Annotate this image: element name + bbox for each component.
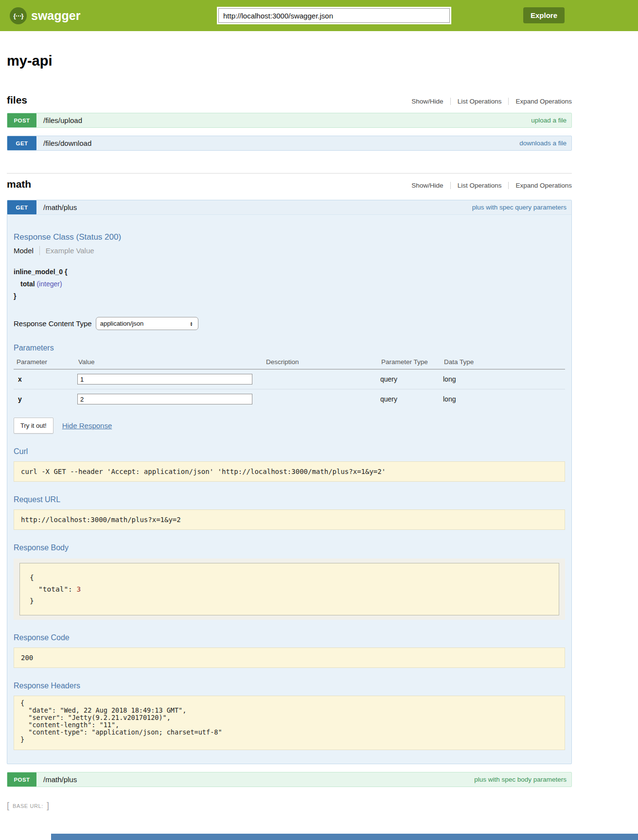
response-body-container: { "total": 3 } xyxy=(14,559,565,620)
param-description xyxy=(263,389,378,409)
try-it-out-row: Try it out! Hide Response xyxy=(14,418,565,434)
header-bar: {⋯} swagger Explore xyxy=(0,0,638,31)
col-parameter-type: Parameter Type xyxy=(378,354,441,369)
math-section-title: math xyxy=(7,178,31,190)
bracket-left: [ xyxy=(7,801,9,811)
show-hide-link[interactable]: Show/Hide xyxy=(405,98,450,105)
endpoint-row-post-math-plus[interactable]: POST /math/plus plus with spec body para… xyxy=(7,772,572,787)
json-close-brace: } xyxy=(30,595,549,607)
col-value: Value xyxy=(75,354,263,369)
response-class-tabs: Model Example Value xyxy=(14,246,565,255)
param-data-type: long xyxy=(441,389,565,409)
endpoint-path[interactable]: /files/download xyxy=(43,139,91,147)
math-section-ops: Show/Hide List Operations Expand Operati… xyxy=(405,182,572,189)
expand-operations-link[interactable]: Expand Operations xyxy=(509,98,572,105)
endpoint-row-post-files-upload[interactable]: POST /files/upload upload a file xyxy=(7,113,572,128)
json-key: "total": xyxy=(38,585,72,593)
response-headers-heading: Response Headers xyxy=(14,682,565,690)
method-badge-get: GET xyxy=(7,200,36,214)
endpoint-summary-link[interactable]: plus with spec body parameters xyxy=(474,776,567,783)
endpoint-row-get-files-download[interactable]: GET /files/download downloads a file xyxy=(7,136,572,151)
param-name: y xyxy=(14,389,75,409)
col-description: Description xyxy=(263,354,378,369)
hide-response-link[interactable]: Hide Response xyxy=(62,421,112,430)
files-section-header: files Show/Hide List Operations Expand O… xyxy=(7,94,572,106)
page-title: my-api xyxy=(7,52,572,69)
col-data-type: Data Type xyxy=(441,354,565,369)
endpoint-path[interactable]: /files/upload xyxy=(43,116,82,124)
endpoint-expanded-get-math-plus: GET /math/plus plus with spec query para… xyxy=(7,200,572,764)
curl-heading: Curl xyxy=(14,447,565,456)
main-content: my-api files Show/Hide List Operations E… xyxy=(7,52,572,811)
parameter-row-x: x query long xyxy=(14,369,565,389)
response-content-type-row: Response Content Type application/json ▲… xyxy=(14,317,565,330)
endpoint-summary-link[interactable]: upload a file xyxy=(531,117,567,124)
endpoint-summary-link[interactable]: downloads a file xyxy=(519,140,567,147)
try-it-out-button[interactable]: Try it out! xyxy=(14,418,53,434)
param-type: query xyxy=(378,389,441,409)
param-input-x[interactable] xyxy=(77,374,252,385)
api-url-input[interactable] xyxy=(218,8,450,23)
response-body-json: { "total": 3 } xyxy=(19,563,559,615)
base-url-footer: [ BASE URL: ] xyxy=(7,801,572,811)
response-code-heading: Response Code xyxy=(14,633,565,642)
explore-button[interactable]: Explore xyxy=(523,7,565,23)
base-url-label: BASE URL: xyxy=(13,803,43,809)
math-section-header: math Show/Hide List Operations Expand Op… xyxy=(7,178,572,190)
endpoint-path[interactable]: /math/plus xyxy=(43,775,77,784)
request-url-box: http://localhost:3000/math/plus?x=1&y=2 xyxy=(14,509,565,530)
method-badge-post: POST xyxy=(7,113,36,127)
tab-separator xyxy=(39,246,40,255)
parameters-table: Parameter Value Description Parameter Ty… xyxy=(14,354,565,409)
response-code-box: 200 xyxy=(14,648,565,668)
list-operations-link[interactable]: List Operations xyxy=(451,182,509,189)
endpoint-row-get-math-plus[interactable]: GET /math/plus plus with spec query para… xyxy=(7,200,571,215)
json-open-brace: { xyxy=(30,572,549,583)
model-signature: inline_model_0 { total (integer) } xyxy=(14,266,565,302)
param-input-y[interactable] xyxy=(77,394,252,404)
model-close-line: } xyxy=(14,290,565,302)
param-type: query xyxy=(378,369,441,389)
model-open-line: inline_model_0 { xyxy=(14,266,565,278)
bottom-blue-bar xyxy=(51,834,638,840)
parameters-heading: Parameters xyxy=(14,344,565,352)
endpoint-summary-link[interactable]: plus with spec query parameters xyxy=(472,204,567,211)
curl-command-box: curl -X GET --header 'Accept: applicatio… xyxy=(14,461,565,482)
files-section-ops: Show/Hide List Operations Expand Operati… xyxy=(405,98,572,105)
json-total-line: "total": 3 xyxy=(30,583,549,595)
swagger-logo-text: swagger xyxy=(31,9,80,23)
response-headers-box: { "date": "Wed, 22 Aug 2018 18:49:13 GMT… xyxy=(14,696,565,750)
response-class-heading: Response Class (Status 200) xyxy=(14,232,565,242)
model-property-type: (integer) xyxy=(36,280,62,288)
endpoint-path[interactable]: /math/plus xyxy=(43,203,77,211)
swagger-logo[interactable]: {⋯} swagger xyxy=(10,7,80,24)
selected-content-type: application/json xyxy=(100,320,144,327)
response-body-heading: Response Body xyxy=(14,543,565,552)
method-badge-post: POST xyxy=(7,772,36,787)
tab-model[interactable]: Model xyxy=(14,246,34,255)
request-url-heading: Request URL xyxy=(14,495,565,504)
bracket-right: ] xyxy=(47,801,49,811)
list-operations-link[interactable]: List Operations xyxy=(451,98,509,105)
section-divider xyxy=(7,173,572,174)
files-section-title: files xyxy=(7,94,27,106)
parameters-header-row: Parameter Value Description Parameter Ty… xyxy=(14,354,565,369)
json-value: 3 xyxy=(77,585,81,593)
param-description xyxy=(263,369,378,389)
col-parameter: Parameter xyxy=(14,354,75,369)
response-content-type-select[interactable]: application/json ▲▼ xyxy=(96,317,198,330)
param-data-type: long xyxy=(441,369,565,389)
param-name: x xyxy=(14,369,75,389)
model-property-name: total xyxy=(20,280,35,288)
response-content-type-label: Response Content Type xyxy=(14,319,92,328)
swagger-logo-icon: {⋯} xyxy=(10,7,27,24)
tab-example-value[interactable]: Example Value xyxy=(46,246,94,255)
parameter-row-y: y query long xyxy=(14,389,565,409)
method-badge-get: GET xyxy=(7,136,36,150)
select-arrows-icon: ▲▼ xyxy=(190,321,193,326)
model-property-line: total (integer) xyxy=(20,278,565,290)
show-hide-link[interactable]: Show/Hide xyxy=(405,182,450,189)
expand-operations-link[interactable]: Expand Operations xyxy=(509,182,572,189)
operation-content: Response Class (Status 200) Model Exampl… xyxy=(7,232,571,764)
